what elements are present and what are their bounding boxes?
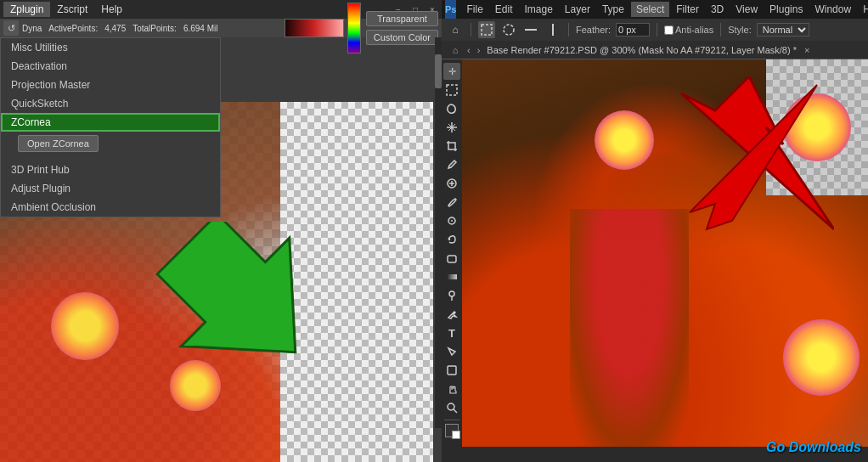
photoshop-panel: Ps File Edit Image Layer Type Select Fil…	[442, 0, 868, 462]
ps-menubar: Ps File Edit Image Layer Type Select Fil…	[442, 0, 868, 19]
ps-shape-tool[interactable]	[443, 362, 460, 379]
ps-gradient-tool[interactable]	[443, 268, 460, 285]
svg-line-23	[454, 409, 457, 413]
ps-document-tab: ⌂ ‹ › Base Render #79212.PSD @ 300% (Mas…	[442, 41, 868, 59]
ps-window-menu[interactable]: Window	[809, 2, 856, 17]
marquee-col-icon[interactable]	[544, 21, 561, 38]
ps-path-select-tool[interactable]	[443, 343, 460, 360]
ps-zoom-tool[interactable]	[443, 399, 460, 416]
anti-alias-label: Anti-alias	[675, 25, 713, 35]
doc-close-button[interactable]: ×	[804, 45, 809, 55]
ps-layer-menu[interactable]: Layer	[560, 2, 595, 17]
ps-home-icon[interactable]: ⌂	[448, 43, 462, 57]
ps-view-menu[interactable]: View	[730, 2, 763, 17]
marquee-circle-icon[interactable]	[500, 21, 517, 38]
zplugin-dropdown: Misc Utilities Deactivation Projection M…	[0, 37, 221, 217]
ps-eyedropper-tool[interactable]	[443, 156, 460, 173]
ps-type-tool[interactable]: T	[443, 324, 460, 341]
ps-filter-menu[interactable]: Filter	[671, 2, 704, 17]
svg-point-19	[449, 291, 454, 296]
refresh-button[interactable]: ↺	[3, 20, 19, 36]
svg-rect-17	[448, 256, 456, 262]
svg-point-2	[504, 25, 514, 35]
ps-heal-tool[interactable]	[443, 175, 460, 192]
open-zcornea-button[interactable]: Open ZCornea	[18, 135, 99, 152]
marquee-rect-icon[interactable]	[478, 21, 495, 38]
gradient-preview[interactable]	[285, 19, 344, 37]
feather-label: Feather:	[576, 25, 611, 35]
ps-help-menu[interactable]: Help	[858, 2, 868, 17]
zbrush-toolbar: ↺ Dyna ActivePoints: 4,475 TotalPoints: …	[0, 19, 442, 37]
ps-history-tool[interactable]	[443, 231, 460, 248]
help-menu[interactable]: Help	[94, 2, 129, 17]
scrollbar-thumb[interactable]	[435, 54, 442, 88]
ps-flower-1	[595, 110, 654, 170]
separator-2	[568, 23, 569, 37]
style-label: Style:	[728, 25, 752, 35]
ps-file-menu[interactable]: File	[461, 2, 488, 17]
ps-options-toolbar: ⌂ Feather: Anti-alias Style: Normal	[442, 19, 868, 41]
zbrush-panel: Zplugin Zscript Help − □ × ↺ Dyna Active…	[0, 0, 442, 462]
ps-clone-tool[interactable]	[443, 212, 460, 229]
zscript-menu[interactable]: Zscript	[50, 2, 94, 17]
ps-brush-tool[interactable]	[443, 194, 460, 211]
ps-logo: Ps	[445, 0, 456, 19]
total-points-value: 6.694 Mil	[183, 24, 218, 33]
background-color[interactable]	[452, 431, 460, 439]
dynamic-label: Dyna	[22, 24, 42, 33]
red-arrow	[664, 76, 834, 249]
ps-marquee-tool[interactable]	[443, 82, 460, 99]
svg-point-15	[451, 220, 453, 222]
ps-crop-tool[interactable]	[443, 138, 460, 155]
zcornea-item[interactable]: ZCornea	[1, 113, 220, 132]
ps-canvas	[442, 59, 868, 447]
ps-lasso-tool[interactable]	[443, 100, 460, 117]
separator-4	[720, 23, 721, 37]
ps-pen-tool[interactable]	[443, 306, 460, 323]
ps-magic-wand-tool[interactable]	[443, 119, 460, 136]
ps-dodge-tool[interactable]	[443, 287, 460, 304]
svg-rect-4	[552, 24, 554, 36]
svg-rect-21	[448, 366, 456, 375]
ps-move-tool[interactable]: ✛	[443, 63, 460, 80]
active-points-value: 4,475	[104, 24, 126, 33]
feather-input[interactable]	[616, 23, 650, 37]
transparent-button[interactable]: Transparent	[366, 11, 438, 26]
style-select[interactable]: Normal	[757, 23, 809, 37]
vertical-scrollbar[interactable]	[435, 37, 442, 428]
tab-scroll-right[interactable]: ›	[477, 45, 481, 55]
color-ramp[interactable]	[347, 3, 361, 54]
active-points-label: ActivePoints:	[48, 24, 98, 33]
ps-3d-menu[interactable]: 3D	[706, 2, 729, 17]
misc-utilities-item[interactable]: Misc Utilities	[1, 38, 220, 57]
anti-alias-checkbox[interactable]	[664, 25, 674, 35]
ps-hand-tool[interactable]	[443, 380, 460, 397]
foreground-color[interactable]	[445, 424, 459, 437]
deactivation-item[interactable]: Deactivation	[1, 57, 220, 76]
custom-color-button[interactable]: Custom Color	[366, 30, 438, 45]
projection-master-item[interactable]: Projection Master	[1, 76, 220, 94]
ps-select-menu[interactable]: Select	[631, 2, 669, 17]
3d-print-hub-item[interactable]: 3D Print Hub	[1, 161, 220, 179]
svg-rect-6	[447, 85, 457, 95]
zplugin-menu[interactable]: Zplugin	[3, 2, 50, 17]
ps-type-menu[interactable]: Type	[597, 2, 629, 17]
ambient-occlusion-item[interactable]: Ambient Occlusion	[1, 198, 220, 217]
svg-rect-18	[447, 274, 457, 279]
separator-1	[471, 23, 471, 37]
quicksketch-item[interactable]: QuickSketch	[1, 94, 220, 113]
ps-image-menu[interactable]: Image	[520, 2, 558, 17]
ps-left-toolbar: ✛ T	[442, 59, 462, 447]
marquee-row-icon[interactable]	[522, 21, 539, 38]
adjust-plugin-item[interactable]: Adjust Plugin	[1, 179, 220, 198]
separator-3	[657, 23, 657, 37]
ps-edit-menu[interactable]: Edit	[490, 2, 518, 17]
tab-scroll-left[interactable]: ‹	[467, 45, 471, 55]
tool-separator	[444, 420, 459, 420]
home-icon[interactable]: ⌂	[447, 21, 464, 38]
svg-marker-0	[153, 222, 306, 392]
svg-rect-3	[525, 29, 537, 31]
flower-1	[51, 292, 119, 360]
ps-plugins-menu[interactable]: Plugins	[764, 2, 808, 17]
ps-eraser-tool[interactable]	[443, 250, 460, 267]
